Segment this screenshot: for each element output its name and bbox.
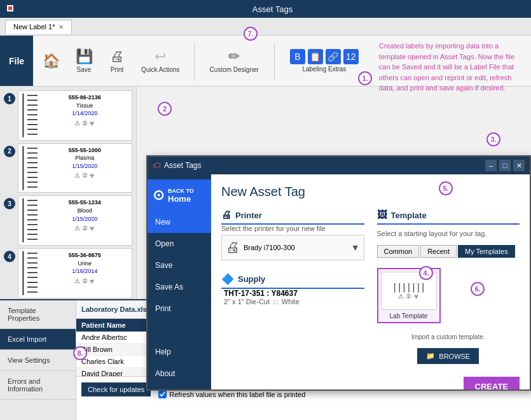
supply-header-label: Supply: [238, 274, 265, 284]
sidebar-item-help[interactable]: Help: [148, 341, 211, 363]
printer-header-label: Printer: [235, 211, 262, 220]
back-to-home-button[interactable]: ⊙ BACK TO Home: [148, 179, 211, 211]
ribbon-actions: 🏠 💾 Save 🖨 Print ↩ Quick Actions: [33, 36, 369, 86]
labeling-extras-label: Labeling Extras: [302, 66, 346, 73]
label-number: 2: [4, 146, 15, 157]
label-number: 4: [4, 251, 15, 262]
refresh-on-print-check[interactable]: [158, 390, 167, 398]
labeling-extra-1[interactable]: B: [290, 49, 305, 64]
browse-button[interactable]: 📁 BROWSE: [417, 348, 479, 364]
sidebar-item-template-properties[interactable]: Template Properties: [0, 300, 76, 329]
refresh-on-print-label: Refresh values when this label file is p…: [169, 391, 305, 398]
quick-actions-button[interactable]: ↩ Quick Actions: [137, 46, 184, 76]
bottom-sidebar: Template Properties Excel Import View Se…: [0, 300, 76, 420]
browse-folder-icon: 📁: [426, 352, 435, 360]
dialog-main-title: New Asset Tag: [221, 185, 520, 199]
list-item: 1 ||||||||| 555-86-2136 Tissue 1/14/2020…: [4, 90, 132, 141]
custom-designer-label: Custom Designer: [210, 66, 259, 73]
annotation-8: 8.: [73, 346, 87, 360]
import-custom-label: Import a custom template.: [377, 333, 520, 340]
check-updates-button[interactable]: Check for updates: [81, 382, 151, 396]
home-button[interactable]: 🏠: [38, 50, 64, 72]
labeling-extra-4[interactable]: 12: [343, 49, 359, 64]
printer-device-icon: 🖨: [226, 239, 240, 256]
custom-designer-button[interactable]: ✏ Custom Designer: [205, 46, 264, 76]
sidebar-item-save-as[interactable]: Save As: [148, 276, 211, 298]
minimize-button[interactable]: –: [485, 160, 497, 171]
create-button[interactable]: CREATE: [464, 377, 520, 389]
app-icon: [5, 3, 15, 15]
annotation-7: 7.: [244, 27, 258, 41]
supply-dot: □: [273, 298, 278, 305]
list-item: 4 ||||||||| 555-36-8675 Urine 1/16/2014 …: [4, 248, 132, 298]
maximize-button[interactable]: □: [499, 160, 511, 171]
label-card[interactable]: ||||||||| 555-55-1234 Blood 1/15/2020 ⚠ …: [18, 195, 132, 246]
svg-rect-2: [8, 6, 12, 10]
dialog-sidebar: ⊙ BACK TO Home New Open Save Save As Pri…: [148, 174, 211, 389]
sidebar-item-excel-import[interactable]: Excel Import: [0, 329, 76, 350]
printer-selector[interactable]: 🖨 Brady i7100-300 ▼: [221, 235, 364, 260]
sidebar-item-open[interactable]: Open: [148, 233, 211, 255]
labeling-extra-2[interactable]: 📋: [308, 49, 323, 64]
sidebar-item-errors[interactable]: Errors and Information: [0, 371, 76, 400]
sidebar-item-new[interactable]: New: [148, 211, 211, 233]
template-grid: ||||||| ⚠ ② ☣ Lab Template: [377, 268, 520, 323]
label-tab[interactable]: New Label 1* ✕: [5, 20, 72, 34]
printer-name: Brady i7100-300: [244, 244, 347, 251]
template-tabs: Common Recent My Templates: [377, 245, 520, 258]
supply-name: THT-17-351 : Y84637: [224, 289, 300, 298]
ribbon: File 🏠 💾 Save 🖨 Print ↩: [0, 36, 531, 87]
annotation-2: 2: [158, 102, 172, 116]
template-tab-recent[interactable]: Recent: [420, 245, 457, 258]
close-button[interactable]: ✕: [513, 160, 525, 171]
printer-dropdown-arrow[interactable]: ▼: [351, 242, 360, 253]
refresh-on-print-option[interactable]: Refresh values when this label file is p…: [158, 390, 307, 398]
dialog-title: Asset Tags: [164, 161, 485, 170]
dialog-icon: 🏷: [153, 161, 160, 170]
label-card[interactable]: ||||||||| 555-55-1000 Plasma 1/15/2020 ⚠…: [18, 143, 132, 193]
table-cell: David Draper: [76, 368, 146, 377]
home-icon: 🏠: [43, 53, 60, 69]
template-sub-label: Select a starting layout for your tag.: [377, 230, 520, 237]
template-tab-my-templates[interactable]: My Templates: [458, 245, 515, 258]
label-preview-panel: 1 ||||||||| 555-86-2136 Tissue 1/14/2020…: [0, 87, 137, 305]
annotation-3: 3.: [486, 132, 500, 146]
labeling-extra-3[interactable]: 🔗: [326, 49, 341, 64]
print-button[interactable]: 🖨 Print: [104, 46, 130, 76]
save-label: Save: [77, 66, 92, 73]
annotation-4: 4.: [419, 266, 433, 280]
sidebar-item-print[interactable]: Print: [148, 298, 211, 319]
sidebar-item-view-settings[interactable]: View Settings: [0, 350, 76, 371]
label-card[interactable]: ||||||||| 555-86-2136 Tissue 1/14/2020 ⚠…: [18, 90, 132, 141]
template-tab-common[interactable]: Common: [377, 245, 420, 258]
template-name: Lab Template: [390, 312, 428, 319]
sidebar-item-about[interactable]: About: [148, 363, 211, 384]
ribbon-note: Created labels by importing data into a …: [369, 36, 531, 86]
printer-sub-label: Select the printer for your new file: [221, 225, 364, 232]
browse-label: BROWSE: [439, 353, 470, 360]
save-button[interactable]: 💾 Save: [71, 46, 97, 76]
home-label: Home: [168, 194, 194, 204]
annotation-5: 5.: [439, 181, 453, 195]
quick-actions-label: Quick Actions: [141, 66, 180, 73]
dialog-controls: – □ ✕: [485, 160, 525, 171]
file-button[interactable]: File: [0, 36, 33, 86]
sidebar-item-save[interactable]: Save: [148, 255, 211, 276]
supply-color: White: [282, 298, 300, 305]
label-number: 1: [4, 93, 15, 104]
list-item: 3 ||||||||| 555-55-1234 Blood 1/15/2020 …: [4, 195, 132, 246]
annotation-6: 6.: [471, 282, 485, 296]
printer-section-header: 🖨 Printer: [221, 209, 364, 225]
supply-text: THT-17-351 : Y84637 2" x 1" Die-Cut □ Wh…: [224, 289, 300, 305]
template-icon: 🖼: [377, 209, 387, 221]
dialog-main: New Asset Tag 🖨 Printer Select th: [211, 174, 530, 389]
list-item: 2 ||||||||| 555-55-1000 Plasma 1/15/2020…: [4, 143, 132, 193]
file-name: Laboratory Data.xlsx: [81, 305, 151, 313]
tab-close-icon[interactable]: ✕: [59, 24, 64, 31]
label-card[interactable]: ||||||||| 555-36-8675 Urine 1/16/2014 ⚠ …: [18, 248, 132, 298]
table-cell: Andre Albertsc: [76, 332, 146, 344]
labeling-extras-group: B 📋 🔗 12 Labeling Extras: [285, 46, 364, 75]
home-icon: ⊙: [153, 187, 164, 204]
ribbon-separator-2: [274, 42, 275, 80]
quick-actions-icon: ↩: [155, 48, 166, 65]
